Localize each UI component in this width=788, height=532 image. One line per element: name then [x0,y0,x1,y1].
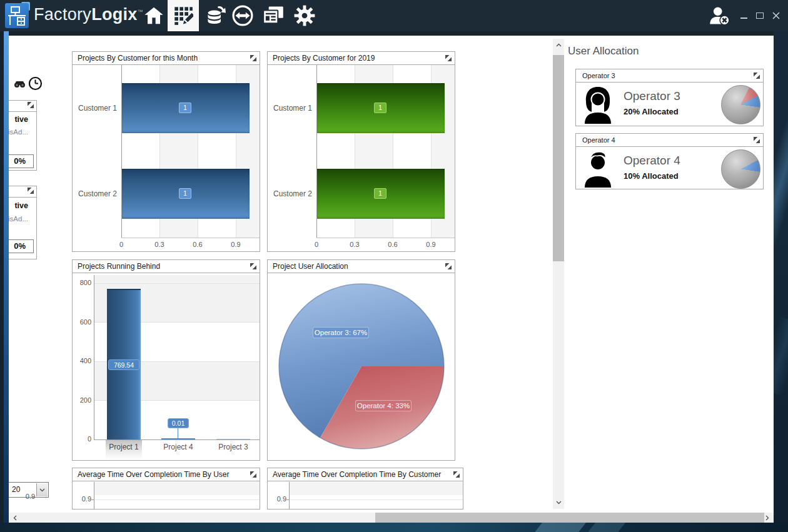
allocation-percent: 10% Allocated [624,171,679,181]
expand-icon[interactable] [754,137,760,143]
cutoff-percent-field[interactable]: 0% [9,239,34,253]
chart-card-projects-running-behind: Projects Running Behind 800 600 400 200 … [72,259,260,461]
y-tick: 0.9 [73,495,91,503]
plot-area: 800 600 400 200 0 769.54 0.01 Project 1 … [73,273,260,460]
cutoff-username-text: gisAd... [9,215,28,223]
database-icon [206,6,226,26]
frame-streak [774,316,788,396]
expand-icon[interactable] [250,263,256,269]
scroll-up-button[interactable] [553,40,564,50]
chart-title: Projects By Customer for this Month [73,52,260,65]
x-tick: 0.6 [383,241,402,248]
plot-area: 1 1 Customer 1 Customer 2 0 0.3 0.6 0.9 [73,65,260,251]
chart-title: Average Time Over Completion Time By Use… [73,468,260,481]
chart-title: Average Time Over Completion Time By Cus… [268,468,463,481]
news-nav-button[interactable] [262,5,285,26]
expand-icon[interactable] [250,55,256,61]
close-button[interactable] [768,0,784,31]
expand-icon[interactable] [754,73,760,79]
y-tick: 600 [73,318,91,326]
expand-icon[interactable] [453,471,460,478]
x-tick: 0 [115,241,128,248]
brand-wordmark: FactoryLogix™ [34,5,143,24]
bar-value-label: 0.01 [168,418,189,428]
axis-tick-mark [286,499,289,500]
data-import-nav-button[interactable] [205,5,227,26]
frame-streak [585,523,627,532]
binoculars-icon[interactable] [14,79,26,88]
cutoff-username-text: gisAd... [9,128,28,136]
male-avatar [581,150,615,188]
chevron-right-icon [765,515,769,521]
y-tick: 200 [73,396,91,404]
operator-4-card: Operator 4 Operator 4 10% Allocated [575,133,764,189]
dashboard-panel: tive gisAd... 0% tive gisAd... 0% 20 0.9… [9,36,774,523]
gear-icon [294,5,315,26]
category-label: Customer 2 [268,189,312,198]
allocation-mini-pie[interactable] [721,149,760,189]
vertical-scroll-thumb[interactable] [553,55,564,261]
chart-card-projects-by-customer-month: Projects By Customer for this Month 1 1 … [72,51,260,252]
x-tick: 0.9 [226,241,245,248]
y-tick: 400 [73,357,91,364]
logout-user-button[interactable] [708,5,730,26]
operator-name: Operator 3 [624,89,680,103]
bar-project-4[interactable] [161,438,195,439]
y-tick: 0.9 [268,495,286,503]
operator-3-card: Operator 3 Operator 3 20% Allocated [575,69,764,126]
horizontal-scrollbar[interactable] [9,513,774,523]
x-tick: 0.9 [422,241,440,248]
y-tick: 0 [73,435,91,443]
scroll-down-button[interactable] [553,498,564,508]
chart-card-project-user-allocation: Project User Allocation Operator 3: 67% [267,259,455,461]
chevron-down-icon [39,488,45,492]
frame-streak [774,99,788,269]
expand-icon[interactable] [250,471,256,478]
category-label: Customer 2 [73,189,117,198]
minimize-button[interactable] [735,0,752,31]
scroll-right-button[interactable] [762,513,772,523]
plot-area: 0.9 [73,481,260,509]
cutoff-percent-field[interactable]: 0% [9,154,34,168]
pie-slice-label: Operator 3: 67% [313,327,369,338]
window-bottom-frame [0,523,788,532]
window-right-frame [774,31,788,528]
axis-tick-mark [36,497,39,498]
dashboard-nav-button-active[interactable] [168,0,199,31]
scroll-left-button[interactable] [10,513,20,523]
x-tick: 0.6 [188,241,207,248]
bar-value-label: 1 [374,103,386,113]
horizontal-scroll-thumb[interactable] [375,513,764,523]
clock-icon[interactable] [28,76,43,91]
y-tick: 800 [73,279,91,286]
bar-project-3[interactable] [216,439,250,439]
expand-icon[interactable] [28,102,34,108]
expand-icon[interactable] [445,263,452,269]
female-avatar [581,86,615,124]
frame-streak [532,523,588,532]
cutoff-axis-tick: 0.9 [21,493,35,500]
chevron-left-icon [13,515,17,521]
vertical-scrollbar[interactable] [553,39,564,509]
desk-logo-icon [5,3,29,28]
user-allocation-heading: User Allocation [568,45,639,58]
expand-icon[interactable] [445,55,452,61]
chart-title: Projects Running Behind [73,260,260,273]
home-nav-button[interactable] [143,5,165,26]
cutoff-status-text: tive [9,115,28,124]
plot-area: 1 1 Customer 1 Customer 2 0 0.3 0.6 0.9 [268,65,455,251]
cutoff-status-text: tive [9,201,28,210]
maximize-button[interactable] [752,0,768,31]
category-label: Customer 1 [73,104,117,113]
settings-nav-button[interactable] [293,5,316,26]
transfer-nav-button[interactable] [231,5,254,26]
allocation-percent: 20% Allocated [624,107,679,116]
chart-card-avg-time-by-customer: Average Time Over Completion Time By Cus… [267,468,463,509]
card-title: Operator 3 [576,69,763,83]
combobox-dropdown-button[interactable] [36,483,48,496]
expand-icon[interactable] [28,188,34,194]
allocation-mini-pie[interactable] [721,85,760,124]
maximize-icon [756,13,764,19]
x-tick: 0.3 [150,241,169,248]
page-size-value: 20 [12,485,20,494]
